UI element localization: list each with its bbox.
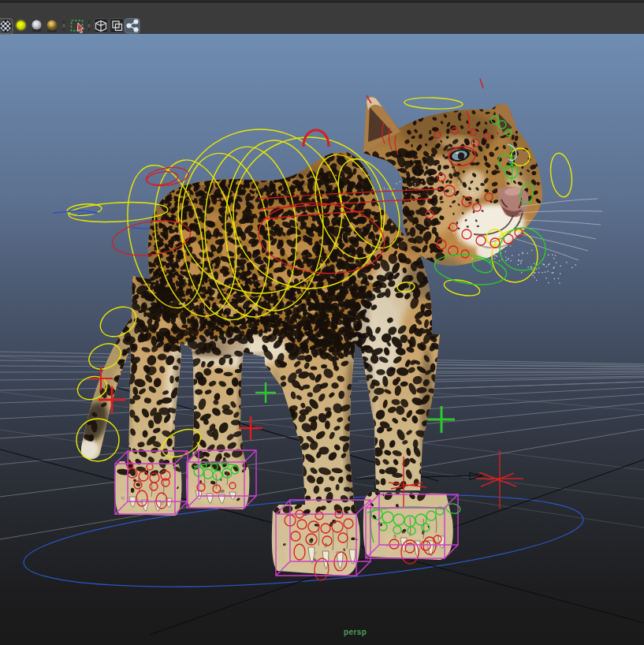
svg-text:persp: persp	[344, 628, 367, 636]
